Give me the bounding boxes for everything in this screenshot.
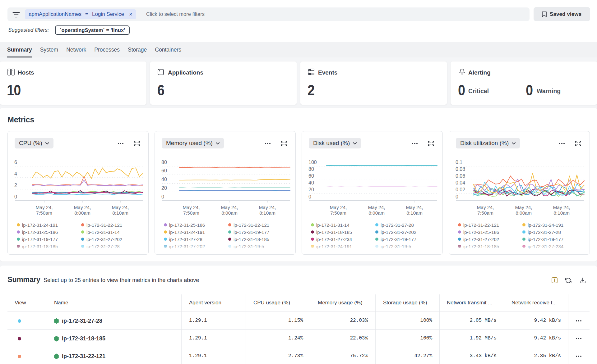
svg-text:ip-172-31-22-121: ip-172-31-22-121 [463,222,499,228]
svg-text:ip-172-31-27-202: ip-172-31-27-202 [381,230,416,235]
svg-text:ip-172-31-18-185: ip-172-31-18-185 [234,237,269,242]
svg-text:ip-172-31-24-191: ip-172-31-24-191 [528,222,563,228]
svg-text:ip-172-31-27-202: ip-172-31-27-202 [463,237,499,242]
svg-text:ip-172-31-24-191: ip-172-31-24-191 [22,222,58,228]
svg-text:ip-172-31-31-14: ip-172-31-31-14 [86,230,120,235]
svg-text:ip-172-31-27-202: ip-172-31-27-202 [86,237,122,242]
svg-text:ip-172-31-25-186: ip-172-31-25-186 [169,222,205,228]
svg-text:ip-172-31-27-28: ip-172-31-27-28 [169,237,202,242]
svg-text:ip-172-31-19-177: ip-172-31-19-177 [234,230,269,235]
svg-text:ip-172-31-19-177: ip-172-31-19-177 [22,237,58,242]
svg-text:ip-172-31-22-121: ip-172-31-22-121 [234,222,269,228]
svg-text:ip-172-31-25-186: ip-172-31-25-186 [463,230,499,235]
svg-text:ip-172-31-27-28: ip-172-31-27-28 [528,230,561,235]
svg-text:ip-172-31-19-177: ip-172-31-19-177 [528,237,563,242]
svg-text:ip-172-31-31-14: ip-172-31-31-14 [316,222,349,228]
svg-text:ip-172-31-22-121: ip-172-31-22-121 [86,222,122,228]
svg-text:ip-172-31-27-234: ip-172-31-27-234 [316,237,352,242]
svg-text:ip-172-31-24-191: ip-172-31-24-191 [169,230,205,235]
svg-text:ip-172-31-18-185: ip-172-31-18-185 [316,230,352,235]
svg-text:ip-172-31-27-28: ip-172-31-27-28 [381,222,414,228]
svg-text:ip-172-31-25-186: ip-172-31-25-186 [22,230,58,235]
svg-text:ip-172-31-19-177: ip-172-31-19-177 [381,237,416,242]
